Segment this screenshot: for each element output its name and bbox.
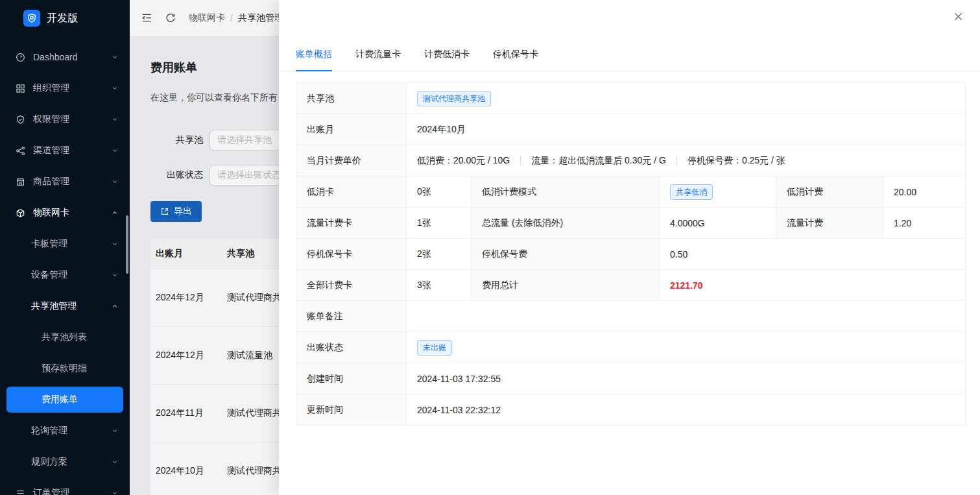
pool-tag[interactable]: 测试代理商共享池: [417, 91, 491, 106]
detail-row-low-cost: 低消卡 0张 低消计费模式 共享低消 低消计费 20.00: [296, 176, 965, 208]
sidebar-item-permission[interactable]: 权限管理: [0, 104, 130, 135]
dashboard-icon: [16, 53, 27, 62]
chevron-down-icon: [112, 147, 118, 154]
low-cost-mode-tag: 共享低消: [670, 184, 713, 200]
sidebar-item-rule-plan[interactable]: 规则方案: [0, 446, 130, 477]
sidebar-item-orders[interactable]: 订单管理: [0, 477, 130, 495]
share-network-icon: [16, 146, 27, 156]
chevron-down-icon: [112, 272, 118, 278]
sidebar-item-prestore-detail[interactable]: 预存款明细: [0, 353, 130, 384]
chevron-down-icon: [112, 428, 118, 434]
tab-low-cost-cards[interactable]: 计费低消卡: [424, 47, 470, 71]
sidebar-item-pool-manage[interactable]: 共享池管理: [0, 291, 130, 322]
bill-detail-table: 共享池 测试代理商共享池 出账月 2024年10月 当月计费单价 低消费：20.…: [296, 82, 966, 426]
divider: [676, 156, 677, 165]
cube-icon: [16, 208, 27, 218]
sidebar-scrollbar[interactable]: [126, 215, 128, 274]
detail-row-unit-price: 当月计费单价 低消费：20.00元 / 10G 流量：超出低消流量后 0.30元…: [296, 145, 965, 176]
sidebar-item-device[interactable]: 设备管理: [0, 260, 130, 291]
sidebar: 开发版 Dashboard 组织管理 权限管理 渠道管理: [0, 0, 130, 495]
app-logo[interactable]: 开发版: [0, 0, 130, 36]
chevron-up-icon: [112, 303, 118, 309]
chevron-down-icon: [112, 459, 118, 465]
drawer-tabs: 账单概括 计费流量卡 计费低消卡 停机保号卡: [279, 47, 980, 71]
chevron-down-icon: [112, 85, 118, 91]
status-badge: 未出账: [417, 340, 452, 356]
sidebar-item-dashboard[interactable]: Dashboard: [0, 42, 130, 73]
sidebar-menu: Dashboard 组织管理 权限管理 渠道管理 商品管理: [0, 36, 130, 495]
sidebar-item-org[interactable]: 组织管理: [0, 73, 130, 104]
sidebar-item-card-board[interactable]: 卡板管理: [0, 228, 130, 260]
detail-row-flow: 流量计费卡 1张 总流量 (去除低消外) 4.0000G 流量计费 1.20: [296, 208, 965, 239]
detail-row-status: 出账状态 未出账: [296, 332, 965, 363]
detail-row-created: 创建时间 2024-11-03 17:32:55: [296, 363, 965, 394]
total-fee-value: 2121.70: [660, 270, 965, 300]
chevron-down-icon: [112, 241, 118, 247]
detail-row-month: 出账月 2024年10月: [296, 114, 965, 145]
grid-icon: [16, 84, 27, 93]
detail-row-remark: 账单备注: [296, 301, 965, 332]
sidebar-item-channel[interactable]: 渠道管理: [0, 135, 130, 166]
sidebar-item-pool-list[interactable]: 共享池列表: [0, 322, 130, 353]
shield-check-icon: [16, 115, 27, 125]
sidebar-item-product[interactable]: 商品管理: [0, 166, 130, 197]
detail-row-updated: 更新时间 2024-11-03 22:32:12: [296, 394, 965, 425]
chevron-down-icon: [112, 116, 118, 123]
tab-flow-cards[interactable]: 计费流量卡: [355, 47, 401, 71]
divider: [520, 156, 521, 165]
app-logo-text: 开发版: [47, 12, 78, 25]
sidebar-item-iot[interactable]: 物联网卡: [0, 197, 130, 228]
tab-suspended-cards[interactable]: 停机保号卡: [493, 47, 538, 71]
app-logo-icon: [23, 10, 40, 27]
detail-row-suspended: 停机保号卡 2张 停机保号费 0.50: [296, 239, 965, 270]
detail-row-pool: 共享池 测试代理商共享池: [296, 83, 965, 114]
detail-row-total: 全部计费卡 3张 费用总计 2121.70: [296, 270, 965, 301]
close-icon[interactable]: [951, 9, 966, 24]
app-root: 开发版 Dashboard 组织管理 权限管理 渠道管理: [0, 0, 980, 495]
sidebar-item-polling[interactable]: 轮询管理: [0, 415, 130, 446]
bill-detail-drawer: 账单概括 计费流量卡 计费低消卡 停机保号卡 共享池 测试代理商共享池 出账月 …: [279, 0, 980, 495]
chevron-up-icon: [112, 210, 118, 216]
tab-bill-summary[interactable]: 账单概括: [296, 47, 332, 71]
list-icon: [16, 489, 27, 495]
sidebar-item-fee-bill[interactable]: 费用账单: [6, 387, 123, 413]
chevron-down-icon: [112, 54, 118, 60]
shop-icon: [16, 177, 27, 187]
chevron-down-icon: [112, 178, 118, 185]
chevron-down-icon: [112, 490, 118, 495]
